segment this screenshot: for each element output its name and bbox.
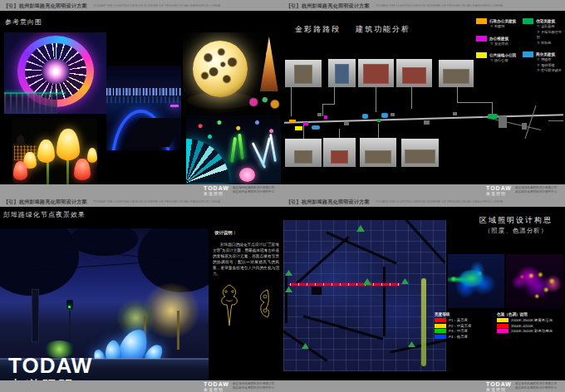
color-temperature-legend: 色温（色调）说明 2000K-3500K 暖黄色泛光 3500K-4200K 2… bbox=[497, 312, 553, 335]
map-marker-admin bbox=[289, 120, 296, 123]
legend-swatch bbox=[497, 324, 508, 328]
analysis-title: 区域照明设计构思 bbox=[469, 215, 563, 226]
city-silhouette bbox=[4, 93, 57, 114]
legend-label: P3：中亮度 bbox=[449, 329, 468, 333]
tulip-lamp bbox=[87, 148, 97, 163]
tulip-lamp bbox=[56, 129, 80, 160]
major-road bbox=[293, 236, 349, 287]
slide-content: 金彩路路段建筑功能分析 行政办公类建筑 ① 检察院 办公楼建筑 ① 安全培训 公… bbox=[282, 11, 565, 184]
water-reflection bbox=[106, 96, 181, 103]
analysis-subtitle: （照度、色温分析） bbox=[469, 227, 563, 235]
deck-title-en: TODAW THE LIGHTING DESIGN SCHEME OF PENG… bbox=[376, 199, 503, 203]
major-road bbox=[390, 339, 446, 354]
light-tree bbox=[258, 37, 280, 91]
building bbox=[331, 150, 347, 164]
reference-photo-tulip-lanterns bbox=[12, 118, 97, 184]
major-road bbox=[303, 315, 384, 340]
legend-row: P2：中高亮度 bbox=[435, 324, 471, 328]
slide-footer-bar: TODAW 東道照明 東道激情創意照明設計有限公司 東道都市夜景照明設計研究中心 bbox=[282, 184, 565, 196]
slide-title: 金彩路路段建筑功能分析 bbox=[295, 24, 410, 35]
deck-title: 【引】杭州彭埠路亮化照明设计方案 bbox=[286, 2, 370, 10]
reference-photo-river-night bbox=[106, 66, 181, 150]
deck-title-en: TODAW THE LIGHTING DESIGN SCHEME OF PENG… bbox=[93, 199, 220, 203]
slide-reference-images: 【引】杭州彭埠路亮化照明设计方案 TODAW THE LIGHTING DESI… bbox=[0, 0, 282, 196]
reference-photo-ferris-wheel bbox=[4, 32, 106, 114]
deck-title: 【引】杭州彭埠路亮化照明设计方案 bbox=[286, 198, 370, 206]
tulip-lamp bbox=[37, 140, 55, 163]
footer-logo: TODAW 東道照明 bbox=[486, 185, 512, 196]
bronze-ornament-icon bbox=[254, 288, 273, 321]
slide-header-bar: 【引】杭州彭埠路亮化照明设计方案 TODAW THE LIGHTING DESI… bbox=[0, 0, 282, 11]
building-photo bbox=[401, 139, 439, 167]
design-note-title: 设计说明： bbox=[214, 230, 237, 236]
footer-logo: TODAW 東道照明 bbox=[204, 381, 229, 392]
legend-row: P3：中亮度 bbox=[435, 329, 471, 333]
legend-row: P1：高亮度 bbox=[435, 318, 471, 322]
legend-swatch bbox=[476, 18, 487, 24]
legend-label: 3500K-4200K bbox=[511, 324, 533, 328]
footer-logo-en: TODAW bbox=[204, 381, 229, 387]
legend-label: 住宅类建筑 bbox=[536, 19, 555, 23]
scattered-lights bbox=[186, 115, 281, 184]
footer-logo-cn: 東道照明 bbox=[204, 387, 229, 392]
legend-entry: 住宅类建筑 ① 金彩新苑 ② 天福花园住宅区 ③ 祥和苑 bbox=[523, 18, 564, 46]
legend-entry: 行政办公类建筑 ① 检察院 bbox=[476, 18, 521, 30]
legend-label: 公共绿地小公园 bbox=[489, 53, 516, 57]
slide-content: 彭埠路绿化节点夜景效果 bbox=[0, 207, 282, 380]
deck-title-en: TODAW THE LIGHTING DESIGN SCHEME OF PENG… bbox=[93, 3, 220, 7]
legend-swatch bbox=[497, 329, 508, 333]
traffic-light-pole bbox=[69, 305, 71, 341]
city-block bbox=[312, 287, 322, 295]
presentation-board: 【引】杭州彭埠路亮化照明设计方案 TODAW THE LIGHTING DESI… bbox=[0, 0, 565, 392]
slide-lighting-analysis: 【引】杭州彭埠路亮化照明设计方案 TODAW THE LIGHTING DESI… bbox=[282, 196, 565, 392]
building bbox=[294, 150, 313, 164]
slide-footer-bar: TODAW 東道照明 東道激情創意照明設計有限公司 東道都市夜景照明設計研究中心 bbox=[282, 380, 565, 392]
footer-logo: TODAW 東道照明 bbox=[204, 185, 229, 196]
map-marker-commercial bbox=[362, 114, 368, 119]
legend-label: P2：中高亮度 bbox=[449, 324, 471, 328]
brightness-legend-title: 亮度等级 bbox=[435, 312, 471, 316]
side-road bbox=[548, 120, 563, 121]
legend-label: 2000K-3500K 暖黄色泛光 bbox=[511, 318, 553, 322]
road-segment-label: 金彩路路段 bbox=[295, 25, 341, 33]
slide-footer-bar: TODAW 東道照明 東道激情創意照明設計有限公司 東道都市夜景照明設計研究中心 bbox=[0, 184, 282, 196]
slide-footer-bar: TODAW 東道照明 東道激情創意照明設計有限公司 東道都市夜景照明設計研究中心 bbox=[0, 380, 282, 392]
legend-row: 3500K-4200K bbox=[497, 324, 553, 328]
major-road bbox=[285, 275, 287, 323]
tulip-stem bbox=[66, 156, 69, 184]
building-footprint bbox=[453, 112, 457, 115]
building-footprint bbox=[522, 123, 527, 130]
color-temperature-heatmap bbox=[506, 254, 563, 308]
legend-row: P4：低亮度 bbox=[435, 335, 471, 339]
legend-item: ② 天福花园住宅区 bbox=[537, 30, 564, 41]
bronze-ornament-icon bbox=[217, 283, 242, 328]
tree-silhouette bbox=[0, 228, 79, 296]
legend-swatch bbox=[476, 52, 487, 58]
footer-logo-cn: 東道照明 bbox=[486, 387, 512, 392]
map-marker-residential bbox=[377, 119, 381, 122]
deck-title: 【引】杭州彭埠路亮化照明设计方案 bbox=[3, 2, 87, 10]
footer-logo-en: TODAW bbox=[204, 185, 229, 191]
footer-company: 東道激情創意照明設計有限公司 東道都市夜景照明設計研究中心 bbox=[233, 185, 274, 196]
slide-content: 区域照明设计构思 （照度、色温分析） 亮度等级 P1：高亮度 P2：中高亮度 P… bbox=[282, 207, 565, 380]
building bbox=[365, 150, 391, 164]
slide-header-bar: 【引】杭州彭埠路亮化照明设计方案 TODAW THE LIGHTING DESI… bbox=[282, 196, 565, 207]
legend-swatch bbox=[523, 18, 533, 24]
building bbox=[402, 67, 426, 84]
map-marker-office bbox=[303, 122, 308, 125]
legend-label: 商业类建筑 bbox=[536, 52, 555, 56]
slide-title: 参考意向图 bbox=[5, 17, 42, 27]
building-photo bbox=[396, 59, 432, 87]
building-photo bbox=[360, 138, 396, 167]
reference-photo-coral-lights bbox=[186, 115, 281, 184]
footer-company-line2: 東道都市夜景照明設計研究中心 bbox=[233, 190, 274, 194]
illuminance-heatmap bbox=[448, 254, 504, 308]
deck-title-en: TODAW THE LIGHTING DESIGN SCHEME OF PENG… bbox=[376, 3, 503, 7]
linear-park-strip bbox=[421, 278, 426, 366]
legend-item: ③ 世纪联华超市 bbox=[537, 68, 564, 74]
building-footprint bbox=[424, 120, 430, 125]
map-marker-office bbox=[324, 115, 327, 119]
deck-title: 【引】杭州彭埠路亮化照明设计方案 bbox=[3, 198, 87, 206]
building-photo bbox=[358, 59, 394, 87]
study-road-highlight bbox=[290, 283, 400, 286]
